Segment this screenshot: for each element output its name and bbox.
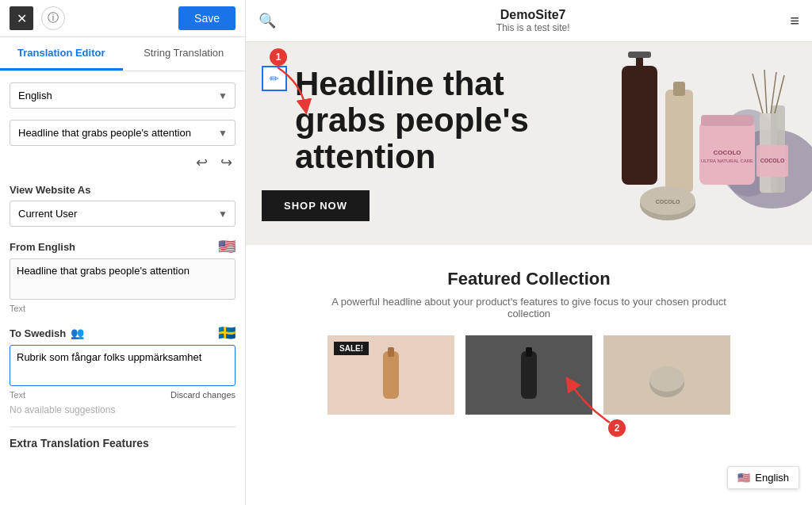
hamburger-icon[interactable]: ≡ (790, 12, 799, 30)
svg-line-16 (753, 74, 763, 113)
annotation-arrow-1 (270, 67, 333, 115)
site-subtitle: This is a test site! (285, 22, 780, 33)
site-title-area: DemoSite7 This is a test site! (285, 8, 780, 33)
annotation-badge-2: 2 (608, 419, 626, 437)
people-icon: 👥 (71, 327, 84, 339)
svg-line-17 (764, 70, 767, 113)
svg-point-27 (649, 366, 684, 392)
to-swedish-type: Text (10, 390, 25, 400)
svg-text:COCOLO: COCOLO (713, 149, 741, 156)
svg-rect-6 (673, 82, 685, 96)
from-english-type: Text (10, 304, 25, 313)
from-english-section: From English 🇺🇸 Text (10, 238, 236, 313)
string-dropdown[interactable]: Headline that grabs people's attention (10, 120, 236, 146)
svg-rect-4 (628, 52, 651, 58)
info-button[interactable]: ⓘ (41, 6, 65, 30)
search-icon[interactable]: 🔍 (259, 12, 276, 29)
to-swedish-label: To Swedish (10, 327, 66, 339)
lang-label: English (755, 472, 789, 484)
save-button[interactable]: Save (178, 6, 236, 30)
to-swedish-section: To Swedish 👥 🇸🇪 Rubrik som fångar folks … (10, 324, 236, 415)
svg-text:COCOLO: COCOLO (760, 158, 785, 163)
from-english-textarea[interactable] (10, 258, 236, 300)
site-name: DemoSite7 (285, 8, 780, 22)
redo-button[interactable]: ↪ (217, 152, 236, 173)
svg-rect-8 (701, 115, 753, 126)
left-panel: ✕ ⓘ Save Translation Editor String Trans… (0, 0, 246, 505)
svg-text:COCOLO: COCOLO (656, 199, 680, 205)
panel-content: English ▼ Headline that grabs people's a… (0, 71, 245, 505)
shop-now-button[interactable]: SHOP NOW (262, 190, 370, 221)
string-dropdown-wrap: Headline that grabs people's attention ▼ (10, 120, 236, 146)
to-swedish-header: To Swedish 👥 🇸🇪 (10, 324, 236, 342)
toolbar: ✕ ⓘ Save (0, 0, 245, 37)
language-dropdown[interactable]: English (10, 82, 236, 109)
product-grid: SALE! (262, 335, 796, 415)
close-button[interactable]: ✕ (10, 6, 33, 30)
undo-button[interactable]: ↩ (193, 152, 211, 173)
svg-text:ULTRA NATURAL CARE: ULTRA NATURAL CARE (701, 159, 753, 163)
svg-rect-5 (665, 90, 693, 193)
view-as-dropdown[interactable]: Current User (10, 201, 236, 227)
featured-subtitle: A powerful headline about your product's… (311, 296, 747, 319)
view-website-as-section: View Website As Current User ▼ (10, 184, 236, 227)
to-swedish-textarea[interactable]: Rubrik som fångar folks uppmärksamhet (10, 345, 236, 386)
english-flag: 🇺🇸 (218, 238, 236, 255)
website-preview: 🔍 DemoSite7 This is a test site! ≡ 1 ✏ (246, 0, 812, 505)
sale-badge-1: SALE! (334, 342, 369, 355)
annotation-badge-1: 1 (270, 48, 287, 66)
hero-products-svg: COCOLO ULTRA NATURAL CARE COCOLO COCOLO (519, 42, 812, 236)
language-switcher-button[interactable]: 🇺🇸 English (727, 466, 799, 489)
svg-rect-24 (521, 351, 537, 399)
from-english-footer: Text (10, 304, 236, 313)
language-dropdown-wrap: English ▼ (10, 82, 236, 109)
from-english-header: From English 🇺🇸 (10, 238, 236, 255)
svg-rect-2 (622, 66, 657, 185)
hero-section: 1 ✏ Headline that grabs people's attenti… (246, 42, 812, 245)
svg-rect-22 (383, 351, 399, 399)
no-suggestions-text: No available suggestions (10, 404, 236, 415)
svg-rect-25 (526, 347, 532, 357)
featured-title: Featured Collection (262, 269, 796, 289)
extra-translation-label: Extra Translation Features (10, 437, 236, 450)
lang-flag: 🇺🇸 (737, 472, 750, 484)
swedish-flag: 🇸🇪 (218, 324, 236, 342)
product-card-img-1: SALE! (327, 335, 454, 415)
product-card-1: SALE! (327, 335, 454, 415)
tab-translation-editor[interactable]: Translation Editor (0, 37, 123, 71)
to-swedish-footer: Text Discard changes (10, 390, 236, 400)
annotation-1-area: 1 (270, 48, 333, 115)
featured-section: Featured Collection A powerful headline … (246, 245, 812, 430)
site-topbar: 🔍 DemoSite7 This is a test site! ≡ (246, 0, 812, 42)
discard-changes-link[interactable]: Discard changes (170, 390, 236, 400)
from-english-label: From English (10, 241, 75, 253)
view-website-as-label: View Website As (10, 184, 236, 196)
tabs-bar: Translation Editor String Translation (0, 37, 245, 71)
hero-image-area: COCOLO ULTRA NATURAL CARE COCOLO COCOLO (500, 42, 812, 245)
tab-string-translation[interactable]: String Translation (123, 37, 246, 71)
annotation-2-area: 2 (554, 375, 626, 434)
svg-rect-23 (388, 347, 394, 357)
view-as-dropdown-wrap: Current User ▼ (10, 201, 236, 227)
undo-redo-bar: ↩ ↪ (10, 152, 236, 173)
extra-translation-section: Extra Translation Features (10, 427, 236, 450)
